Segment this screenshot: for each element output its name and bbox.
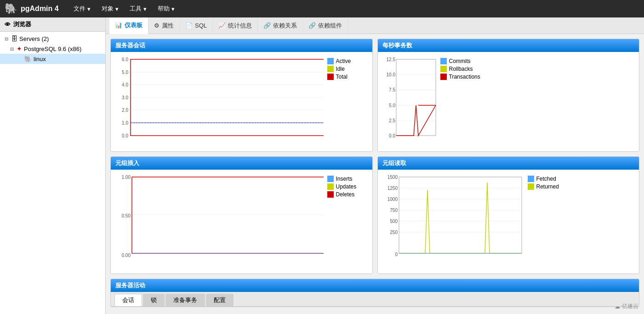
legend-total-label: Total <box>336 74 348 80</box>
tuple-in-header: 元组插入 <box>111 157 372 170</box>
legend-total-color <box>327 74 334 80</box>
legend-active: Active <box>327 58 369 64</box>
menu-file[interactable]: 文件 ▾ <box>68 0 96 17</box>
legend-updates-label: Updates <box>336 183 357 190</box>
menu-file-label: 文件 <box>74 5 85 13</box>
legend-fetched-color <box>528 176 534 182</box>
legend-commits-color <box>440 58 447 64</box>
tab-statistics[interactable]: 📈 统计信息 <box>213 17 258 34</box>
tree-toggle-postgresql[interactable]: ⊟ <box>9 46 15 51</box>
servers-label: Servers (2) <box>19 35 102 42</box>
tuple-read-title: 元组读取 <box>382 160 406 166</box>
sessions-body: 6.0 5.0 4.0 3.0 2.0 1.0 0.0 <box>111 52 372 151</box>
svg-text:1.00: 1.00 <box>122 175 131 180</box>
menubar: 🐘 pgAdmin 4 文件 ▾ 对象 ▾ 工具 ▾ 帮助 ▾ <box>0 0 644 17</box>
tab-dashboard-label: 仪表板 <box>125 21 142 29</box>
tree-item-linux[interactable]: 🐘 linux <box>0 54 105 64</box>
svg-text:12.5: 12.5 <box>386 57 395 62</box>
svg-text:5.0: 5.0 <box>389 103 395 108</box>
svg-text:6.0: 6.0 <box>122 57 128 62</box>
legend-idle-label: Idle <box>336 66 345 72</box>
legend-rollbacks-color <box>440 66 447 72</box>
svg-text:5.0: 5.0 <box>122 70 128 75</box>
menu-object[interactable]: 对象 ▾ <box>96 0 124 17</box>
main-layout: 👁 浏览器 ⊟ 🗄 Servers (2) ⊟ ✦ PostgreSQL 9.6… <box>0 17 644 314</box>
tab-dependents[interactable]: 🔗 依赖组件 <box>303 17 348 34</box>
legend-updates-color <box>327 183 334 190</box>
tree-item-servers[interactable]: ⊟ 🗄 Servers (2) <box>0 34 105 44</box>
menu-help-arrow: ▾ <box>171 6 175 12</box>
activity-tab-prepared-label: 准备事务 <box>173 297 197 303</box>
activity-tab-sessions[interactable]: 会话 <box>114 294 142 306</box>
activity-panel: 服务器活动 会话 锁 准备事务 配置 <box>110 279 639 307</box>
activity-tab-locks-label: 锁 <box>151 297 157 303</box>
transactions-header: 每秒事务数 <box>378 39 639 52</box>
legend-inserts-color <box>327 176 334 182</box>
transactions-body: 12.5 10.0 7.5 5.0 2.5 0.0 <box>378 52 639 151</box>
tab-dependents-label: 依赖组件 <box>318 22 342 30</box>
tuple-in-legend: Inserts Updates Deletes <box>327 173 369 270</box>
postgresql-label: PostgreSQL 9.6 (x86) <box>24 46 102 52</box>
sessions-chart: 6.0 5.0 4.0 3.0 2.0 1.0 0.0 <box>114 56 324 148</box>
tab-properties-label: 属性 <box>162 22 174 30</box>
activity-tab-config-label: 配置 <box>214 297 226 303</box>
tab-dashboard-icon: 📊 <box>115 22 122 29</box>
legend-updates: Updates <box>327 183 369 190</box>
legend-transactions-label: Transactions <box>449 74 480 80</box>
svg-text:0.0: 0.0 <box>122 133 128 138</box>
legend-fetched: Fetched <box>528 176 569 182</box>
tuple-in-title: 元组插入 <box>115 160 139 166</box>
svg-text:500: 500 <box>390 219 398 224</box>
legend-idle: Idle <box>327 66 369 72</box>
activity-tab-locks[interactable]: 锁 <box>143 294 165 306</box>
activity-tab-prepared[interactable]: 准备事务 <box>165 294 205 306</box>
legend-returned-color <box>528 183 534 190</box>
svg-text:2.5: 2.5 <box>389 118 395 123</box>
menu-tools-arrow: ▾ <box>143 6 147 12</box>
legend-fetched-label: Fetched <box>536 176 556 182</box>
legend-transactions-color <box>440 74 447 80</box>
svg-text:1000: 1000 <box>387 197 398 202</box>
legend-inserts-label: Inserts <box>336 176 353 182</box>
tab-properties-icon: ⚙ <box>154 22 160 29</box>
legend-deletes-label: Deletes <box>336 191 355 198</box>
svg-text:4.0: 4.0 <box>122 82 128 87</box>
app-logo: 🐘 pgAdmin 4 <box>5 3 59 15</box>
svg-text:750: 750 <box>390 208 398 213</box>
menu-tools[interactable]: 工具 ▾ <box>124 0 152 17</box>
tab-sql[interactable]: 📄 SQL <box>180 17 213 34</box>
tab-bar: 📊 仪表板 ⚙ 属性 📄 SQL 📈 统计信息 🔗 依赖关系 🔗 依赖组件 <box>106 17 644 34</box>
app-title: pgAdmin 4 <box>21 5 59 13</box>
menu-file-arrow: ▾ <box>87 6 91 12</box>
activity-tab-config[interactable]: 配置 <box>206 294 234 306</box>
legend-returned-label: Returned <box>536 183 559 190</box>
tab-dependents-icon: 🔗 <box>308 22 316 29</box>
tuple-read-legend: Fetched Returned <box>528 173 569 270</box>
sessions-header: 服务器会话 <box>111 39 372 52</box>
svg-text:3.0: 3.0 <box>122 95 128 100</box>
tab-properties[interactable]: ⚙ 属性 <box>148 17 180 34</box>
legend-deletes-color <box>327 191 334 198</box>
tuple-in-panel: 元组插入 1.00 0.50 0.00 <box>110 156 373 274</box>
tab-dashboard[interactable]: 📊 仪表板 <box>109 17 148 34</box>
tab-statistics-icon: 📈 <box>218 22 226 29</box>
tab-dependencies[interactable]: 🔗 依赖关系 <box>258 17 303 34</box>
tuple-read-header: 元组读取 <box>378 157 639 170</box>
tuple-in-body: 1.00 0.50 0.00 <box>111 170 372 274</box>
tab-statistics-label: 统计信息 <box>228 22 252 30</box>
legend-deletes: Deletes <box>327 191 369 198</box>
svg-text:1500: 1500 <box>387 175 398 180</box>
watermark-icon: ☁ <box>615 303 620 310</box>
linux-icon: 🐘 <box>24 55 32 63</box>
tree-item-postgresql[interactable]: ⊟ ✦ PostgreSQL 9.6 (x86) <box>0 44 105 54</box>
tree-toggle-linux <box>17 57 22 62</box>
transactions-panel: 每秒事务数 12.5 10.0 7.5 5.0 2.5 0.0 <box>377 39 640 152</box>
tree-toggle-servers[interactable]: ⊟ <box>4 36 9 41</box>
legend-rollbacks: Rollbacks <box>440 66 482 72</box>
svg-rect-29 <box>396 59 436 136</box>
menu-help[interactable]: 帮助 ▾ <box>152 0 180 17</box>
sidebar: 👁 浏览器 ⊟ 🗄 Servers (2) ⊟ ✦ PostgreSQL 9.6… <box>0 17 106 314</box>
legend-active-label: Active <box>336 58 351 64</box>
servers-icon: 🗄 <box>11 35 17 42</box>
tuple-read-chart: 1500 1250 1000 750 500 250 0 <box>382 173 524 270</box>
